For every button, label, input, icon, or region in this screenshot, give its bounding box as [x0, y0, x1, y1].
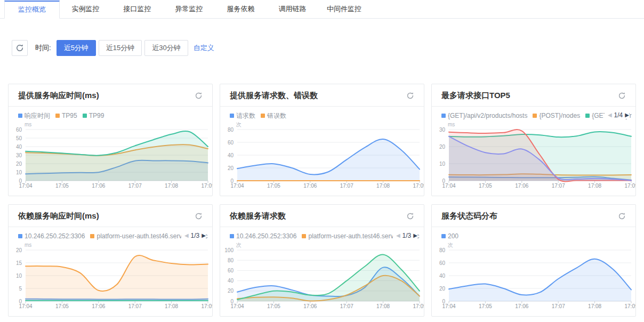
legend-label: 请求数 — [236, 111, 255, 120]
legend-label: 200 — [448, 232, 458, 240]
legend-pager-next-icon[interactable]: ▶ — [413, 232, 417, 239]
svg-text:60: 60 — [439, 260, 446, 266]
svg-text:40: 40 — [228, 152, 234, 158]
tab-bar: 监控概览实例监控接口监控异常监控服务依赖调用链路中间件监控 — [0, 0, 644, 19]
legend-item[interactable]: 响应时间 — [18, 111, 50, 120]
legend-item[interactable]: 10.246.250.252:3306 — [230, 232, 296, 240]
svg-text:17:06: 17:06 — [92, 183, 105, 189]
time-range-button-3[interactable]: 近30分钟 — [144, 40, 188, 56]
legend-pager-text: 1/3 — [191, 232, 200, 239]
svg-text:20: 20 — [439, 144, 446, 150]
tab-item-7[interactable]: 中间件监控 — [318, 0, 370, 18]
legend-pager-prev-icon[interactable]: ◀ — [184, 232, 189, 239]
svg-text:17:06: 17:06 — [515, 303, 528, 309]
svg-text:17:05: 17:05 — [479, 303, 492, 309]
legend-item[interactable]: 请求数 — [230, 111, 255, 120]
legend-item[interactable]: {POST}/nodes — [533, 112, 580, 119]
svg-text:10: 10 — [439, 161, 446, 167]
tab-item-6[interactable]: 调用链路 — [267, 0, 318, 18]
svg-text:20: 20 — [16, 161, 22, 167]
charts-grid: 提供服务响应时间(ms)响应时间TP95TP990102030405060ms1… — [8, 84, 636, 317]
svg-text:40: 40 — [228, 278, 234, 284]
time-range-button-2[interactable]: 近15分钟 — [99, 40, 142, 56]
svg-text:30: 30 — [439, 127, 446, 133]
svg-text:17:09: 17:09 — [624, 303, 635, 309]
svg-text:20: 20 — [439, 286, 446, 292]
tab-item-3[interactable]: 接口监控 — [111, 0, 163, 18]
card-refresh-icon[interactable] — [406, 212, 414, 220]
card-header: 服务状态码分布 — [432, 205, 635, 227]
card-refresh-icon[interactable] — [195, 212, 203, 220]
legend-item[interactable]: TP99 — [83, 112, 104, 119]
svg-text:17:04: 17:04 — [442, 303, 455, 309]
svg-text:20: 20 — [16, 247, 22, 253]
legend-item[interactable]: 200 — [441, 232, 458, 240]
svg-text:30: 30 — [16, 152, 22, 158]
svg-text:17:07: 17:07 — [340, 183, 353, 189]
chart-legend: 10.246.250.252:3306platform-user-auth.te… — [9, 227, 212, 240]
svg-text:17:05: 17:05 — [267, 183, 280, 189]
legend-label: 10.246.250.252:3306 — [25, 232, 85, 240]
legend-pager-text: 1/3 — [402, 232, 412, 239]
refresh-button[interactable] — [12, 40, 28, 56]
chart-canvas: 0102030ms17:0417:0517:0617:0717:0817:09 — [432, 121, 635, 190]
svg-text:60: 60 — [228, 268, 234, 273]
legend-pager-next-icon[interactable]: ▶ — [625, 111, 629, 119]
svg-text:17:08: 17:08 — [165, 183, 178, 189]
chart-card-1: 提供服务响应时间(ms)响应时间TP95TP990102030405060ms1… — [8, 84, 213, 196]
svg-text:17:04: 17:04 — [442, 183, 455, 189]
time-range-group: 近5分钟近15分钟近30分钟 — [57, 40, 188, 56]
svg-text:ms: ms — [25, 122, 31, 127]
legend-label: {GET}/api/v2/products/hosts — [448, 112, 527, 119]
card-refresh-icon[interactable] — [618, 92, 626, 100]
legend-color-chip — [55, 114, 60, 118]
svg-text:17:06: 17:06 — [303, 303, 317, 309]
legend-item[interactable]: TP95 — [55, 112, 77, 119]
legend-item[interactable]: 错误数 — [261, 111, 286, 120]
svg-text:20: 20 — [228, 165, 234, 171]
chart-canvas: 05101520ms17:0417:0517:0617:0717:0817:09 — [9, 241, 212, 311]
svg-text:50: 50 — [16, 135, 22, 141]
legend-pager-next-icon[interactable]: ▶ — [202, 232, 206, 239]
svg-text:17:06: 17:06 — [92, 303, 105, 309]
svg-text:17:09: 17:09 — [201, 303, 212, 309]
svg-text:80: 80 — [228, 257, 234, 263]
card-refresh-icon[interactable] — [406, 92, 414, 100]
card-header: 提供服务响应时间(ms) — [9, 84, 212, 107]
tab-item-1[interactable]: 监控概览 — [4, 1, 60, 19]
svg-text:15: 15 — [16, 260, 22, 266]
svg-text:17:04: 17:04 — [230, 303, 244, 309]
svg-text:20: 20 — [228, 288, 234, 294]
tab-item-4[interactable]: 异常监控 — [163, 0, 215, 18]
time-range-button-1[interactable]: 近5分钟 — [57, 40, 96, 56]
legend-item[interactable]: {GET}/api/v2/products/hosts — [441, 112, 527, 119]
legend-label: 10.246.250.252:3306 — [236, 232, 296, 240]
legend-color-chip — [441, 234, 446, 238]
svg-text:17:07: 17:07 — [552, 303, 565, 309]
svg-text:40: 40 — [439, 273, 446, 279]
card-refresh-icon[interactable] — [195, 92, 203, 100]
chart-legend: 10.246.250.252:3306platform-user-auth.te… — [220, 227, 424, 240]
chart-legend: 200 — [432, 227, 635, 240]
svg-text:17:09: 17:09 — [413, 183, 424, 189]
legend-color-chip — [230, 234, 234, 238]
svg-text:80: 80 — [228, 127, 234, 133]
card-title: 依赖服务请求数 — [230, 211, 286, 221]
card-title: 服务状态码分布 — [441, 211, 497, 221]
legend-color-chip — [585, 114, 590, 118]
legend-pager-prev-icon[interactable]: ◀ — [608, 111, 612, 119]
card-title: 提供服务响应时间(ms) — [18, 91, 99, 101]
chart-card-2: 提供服务请求数、错误数请求数错误数020406080次17:0417:0517:… — [220, 84, 424, 196]
chart-canvas: 0102030405060ms17:0417:0517:0617:0717:08… — [9, 121, 212, 190]
legend-label: {POST}/nodes — [539, 112, 580, 119]
legend-color-chip — [302, 234, 306, 238]
tab-item-5[interactable]: 服务依赖 — [215, 0, 267, 18]
chart-legend: 请求数错误数 — [220, 107, 424, 120]
custom-range-link[interactable]: 自定义 — [194, 43, 214, 53]
tab-item-2[interactable]: 实例监控 — [60, 0, 111, 18]
chart-canvas: 020406080次17:0417:0517:0617:0717:0817:09 — [432, 241, 635, 311]
legend-pager-prev-icon[interactable]: ◀ — [396, 232, 400, 239]
card-refresh-icon[interactable] — [618, 212, 626, 220]
svg-text:17:09: 17:09 — [624, 183, 635, 189]
legend-item[interactable]: 10.246.250.252:3306 — [18, 232, 85, 240]
